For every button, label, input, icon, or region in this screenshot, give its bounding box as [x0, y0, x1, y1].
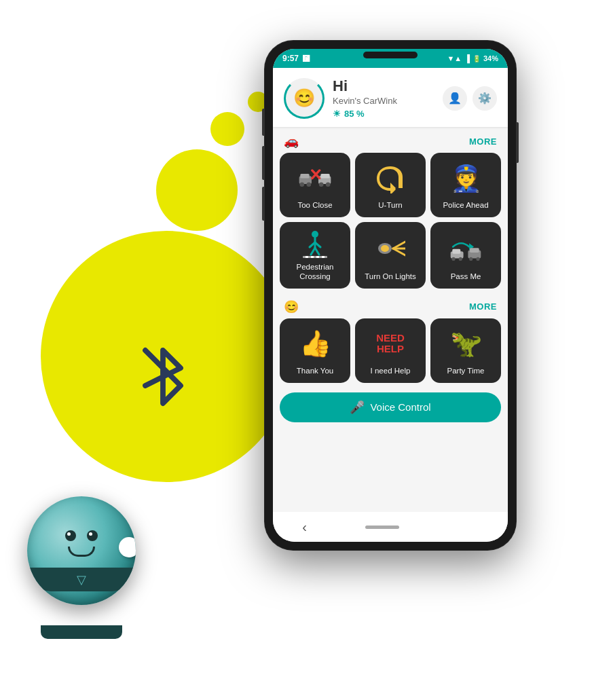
- battery-icon: 🔋: [473, 55, 481, 62]
- card-pedestrian-crossing[interactable]: Pedestrian Crossing: [280, 222, 350, 289]
- card-police-ahead[interactable]: 👮 Police Ahead: [430, 153, 501, 217]
- card-too-close[interactable]: Too Close: [280, 153, 350, 217]
- status-right: ▼▲ ▐ 🔋 34%: [447, 54, 498, 62]
- greeting-text: Hi: [333, 77, 397, 95]
- carwink-device: ▽: [27, 496, 163, 632]
- phone-screen: 9:57 🅿 ▼▲ ▐ 🔋 34% 😊: [273, 49, 508, 542]
- card-turn-on-lights-icon: [359, 229, 422, 268]
- emoji-more-button[interactable]: MORE: [469, 301, 497, 312]
- driving-grid: Too Close U-Turn: [273, 153, 508, 293]
- microphone-icon: 🎤: [350, 400, 365, 415]
- wifi-icon: ▼▲: [447, 54, 462, 62]
- svg-rect-1: [300, 174, 309, 179]
- emoji-section-header: 😊 MORE: [273, 293, 508, 318]
- svg-rect-20: [316, 256, 319, 258]
- svg-point-6: [319, 182, 324, 187]
- header-left: 😊 Hi Kevin's CarWink ☀ 85 %: [284, 77, 397, 119]
- svg-rect-33: [470, 248, 479, 253]
- driving-section-header: 🚗 MORE: [273, 127, 508, 153]
- card-police-ahead-label: Police Ahead: [443, 201, 488, 210]
- scene: ▽ 9:57 🅿 ▼▲ ▐: [0, 0, 611, 700]
- svg-point-34: [469, 257, 473, 261]
- card-party-time-icon: 🦖: [434, 325, 497, 363]
- emoji-grid: 👍 Thank You NEEDHELP I need Help: [273, 318, 508, 387]
- battery-percent: 34%: [483, 54, 498, 62]
- card-u-turn-label: U-Turn: [378, 201, 402, 210]
- phone-outer: 9:57 🅿 ▼▲ ▐ 🔋 34% 😊: [265, 41, 516, 550]
- svg-point-23: [381, 245, 389, 252]
- voice-control-bar[interactable]: 🎤 Voice Control: [280, 392, 501, 422]
- svg-point-3: [307, 182, 312, 187]
- card-pass-me-label: Pass Me: [451, 272, 481, 282]
- emoji-section-icon: 😊: [284, 299, 299, 314]
- svg-point-30: [451, 257, 455, 261]
- card-turn-on-lights-label: Turn On Lights: [365, 272, 416, 282]
- yellow-circle-medium: [156, 149, 238, 231]
- back-button[interactable]: ‹: [302, 519, 307, 535]
- device-avatar: 😊: [284, 78, 325, 119]
- card-u-turn-icon: [359, 160, 422, 197]
- svg-rect-18: [306, 256, 308, 258]
- card-u-turn[interactable]: U-Turn: [355, 153, 426, 217]
- svg-rect-5: [320, 174, 329, 179]
- volume-up-button: [262, 146, 265, 180]
- avatar-emoji: 😊: [293, 88, 315, 109]
- phone-container: 9:57 🅿 ▼▲ ▐ 🔋 34% 😊: [265, 41, 530, 557]
- driving-more-button[interactable]: MORE: [469, 136, 497, 147]
- svg-line-15: [311, 248, 315, 255]
- home-indicator[interactable]: [365, 526, 399, 529]
- svg-point-2: [300, 182, 305, 187]
- svg-rect-21: [322, 256, 325, 258]
- car-icon: 🚗: [284, 134, 299, 149]
- camera-notch: [363, 52, 418, 58]
- svg-rect-19: [311, 256, 314, 258]
- card-too-close-icon: [284, 160, 346, 197]
- nav-bar: ‹: [273, 512, 508, 542]
- header-icons: 👤 ⚙️: [443, 86, 497, 111]
- status-time: 9:57: [282, 54, 299, 63]
- card-thank-you[interactable]: 👍 Thank You: [280, 318, 350, 383]
- yellow-circle-small1: [210, 112, 244, 146]
- app-header: 😊 Hi Kevin's CarWink ☀ 85 %: [273, 68, 508, 127]
- card-turn-on-lights[interactable]: Turn On Lights: [355, 222, 426, 289]
- settings-icon: ⚙️: [478, 92, 492, 105]
- svg-point-7: [326, 182, 331, 187]
- card-pass-me[interactable]: Pass Me: [430, 222, 501, 289]
- card-need-help-icon: NEEDHELP: [359, 325, 422, 363]
- card-need-help-label: I need Help: [371, 367, 411, 376]
- svg-point-35: [476, 257, 479, 261]
- profile-button[interactable]: 👤: [443, 86, 467, 111]
- profile-icon: 👤: [448, 92, 462, 105]
- settings-button[interactable]: ⚙️: [473, 86, 497, 111]
- battery-sun-icon: ☀: [333, 109, 341, 119]
- battery-indicator: ☀ 85 %: [333, 109, 397, 119]
- card-pedestrian-crossing-icon: [284, 229, 346, 259]
- card-too-close-label: Too Close: [297, 201, 332, 210]
- card-thank-you-icon: 👍: [284, 325, 346, 363]
- volume-down-button: [262, 187, 265, 221]
- card-pedestrian-crossing-label: Pedestrian Crossing: [297, 263, 334, 282]
- power-button: [516, 122, 519, 163]
- svg-rect-29: [452, 249, 460, 254]
- status-app-icon: 🅿: [303, 55, 310, 62]
- card-need-help[interactable]: NEEDHELP I need Help: [355, 318, 426, 383]
- bluetooth-icon: [136, 333, 190, 421]
- card-pass-me-icon: [434, 229, 497, 268]
- svg-line-16: [315, 248, 319, 255]
- voice-control-label: Voice Control: [370, 401, 430, 413]
- battery-level: 85 %: [344, 109, 365, 119]
- card-thank-you-label: Thank You: [297, 367, 333, 376]
- header-info: Hi Kevin's CarWink ☀ 85 %: [333, 77, 397, 119]
- svg-point-31: [459, 257, 462, 261]
- device-name: Kevin's CarWink: [333, 96, 397, 106]
- signal-icon: ▐: [464, 54, 470, 62]
- volume-silent-button: [262, 109, 265, 136]
- card-police-ahead-icon: 👮: [434, 160, 497, 197]
- card-party-time-label: Party Time: [447, 367, 485, 376]
- status-left: 9:57 🅿: [282, 54, 310, 63]
- card-party-time[interactable]: 🦖 Party Time: [430, 318, 501, 383]
